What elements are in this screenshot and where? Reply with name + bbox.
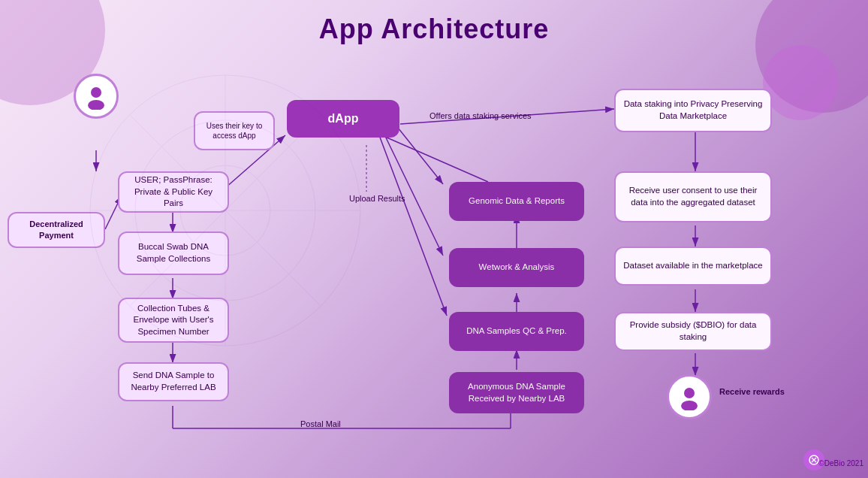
uses-key-box: Uses their key to access dApp — [194, 111, 275, 150]
rewards-avatar — [667, 374, 712, 419]
buccal-swab-box: Buccal Swab DNA Sample Collections — [118, 231, 229, 275]
upload-results-label: Upload Results — [349, 194, 405, 203]
send-dna-box: Send DNA Sample to Nearby Preferred LAB — [118, 362, 229, 401]
offers-staking-label: Offers data staking services — [429, 111, 532, 120]
wetwork-box: Wetwork & Analysis — [449, 248, 584, 287]
dataset-available-box: Dataset available in the marketplace — [614, 247, 772, 286]
collection-tubes-box: Collection Tubes & Envelope with User's … — [118, 298, 229, 343]
user-icon — [83, 83, 110, 110]
anonymous-dna-box: Anonymous DNA Sample Received by Nearby … — [449, 372, 584, 413]
genomic-data-box: Genomic Data & Reports — [449, 182, 584, 221]
provide-subsidy-box: Provide subsidy ($DBIO) for data staking — [614, 312, 772, 351]
bg-decoration-tr2 — [763, 45, 838, 120]
user-avatar — [74, 74, 119, 119]
svg-point-24 — [91, 87, 101, 98]
svg-point-27 — [681, 401, 698, 410]
dapp-box: dApp — [287, 100, 399, 138]
svg-point-25 — [88, 100, 104, 110]
postal-mail-label: Postal Mail — [300, 419, 341, 428]
decentralized-payment-box: Decentralized Payment — [8, 212, 105, 248]
svg-line-8 — [398, 128, 443, 184]
data-staking-box: Data staking into Privacy Preserving Dat… — [614, 89, 772, 132]
copyright-text: ©DeBio 2021 — [818, 459, 863, 467]
rewards-user-icon — [676, 383, 703, 410]
svg-point-26 — [684, 388, 695, 398]
receive-rewards-label: Receive rewards — [719, 387, 785, 396]
page-title: App Architecture — [0, 0, 868, 45]
receive-consent-box: Receive user consent to use their data i… — [614, 171, 772, 222]
user-key-box: USER; PassPhrase: Private & Public Key P… — [118, 171, 229, 213]
dna-qc-box: DNA Samples QC & Prep. — [449, 312, 584, 351]
svg-line-10 — [379, 135, 447, 316]
